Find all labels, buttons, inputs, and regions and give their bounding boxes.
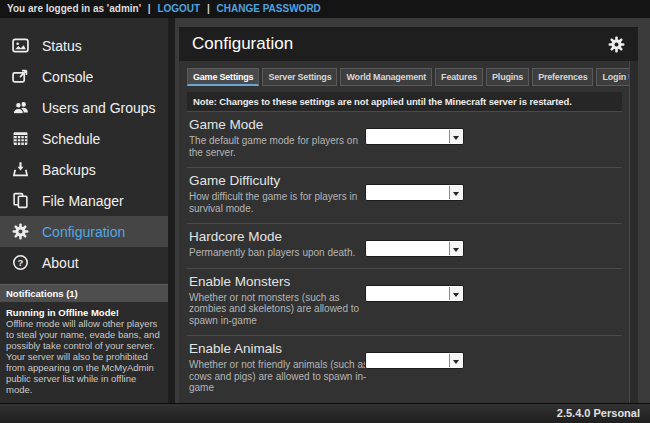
tab[interactable]: Server Settings: [262, 68, 337, 86]
sidebar-item[interactable]: Status: [0, 30, 168, 61]
sidebar-item-label: Backups: [42, 162, 96, 178]
sidebar-item[interactable]: Schedule: [0, 123, 168, 154]
tab[interactable]: World Management: [340, 68, 432, 86]
tab-label: Login Users: [602, 72, 630, 82]
settings-row: Game Mode The default game mode for play…: [187, 111, 622, 167]
chevron-down-icon: [449, 287, 462, 300]
tab[interactable]: Plugins: [486, 68, 529, 86]
setting-dropdown[interactable]: [365, 184, 464, 201]
logout-link[interactable]: LOGOUT: [157, 3, 200, 14]
setting-description: How difficult the game is for players in…: [189, 191, 374, 214]
setting-dropdown[interactable]: [365, 128, 464, 145]
settings-row: Enable Animals Whether or not friendly a…: [187, 335, 622, 403]
chevron-down-icon: [449, 130, 462, 143]
sidebar-item[interactable]: Backups: [0, 154, 168, 185]
chevron-down-icon: [449, 242, 462, 255]
page-title: Configuration: [192, 34, 608, 54]
settings-row: Enable Monsters Whether or not monsters …: [187, 268, 622, 336]
change-password-link[interactable]: CHANGE PASSWORD: [217, 3, 321, 14]
gear-icon: [12, 223, 29, 240]
backups-icon: [12, 161, 29, 178]
panel-body: Game Settings Server Settings World Mana…: [179, 61, 638, 403]
scrollbar[interactable]: [629, 61, 638, 403]
sidebar-item-label: Status: [42, 38, 82, 54]
sidebar: Status Console Users and Groups Schedule: [0, 18, 168, 403]
separator: |: [148, 3, 151, 14]
settings-row: Game Difficulty How difficult the game i…: [187, 167, 622, 223]
mcmyadmin-window: You are logged in as 'admin' | LOGOUT | …: [0, 0, 650, 423]
notifications-header: Notifications (1): [0, 284, 168, 302]
setting-dropdown[interactable]: [365, 285, 464, 302]
tab-label: Game Settings: [193, 72, 253, 82]
version-label: 2.5.4.0 Personal: [557, 407, 640, 419]
gear-icon[interactable]: [608, 36, 625, 53]
tab[interactable]: Features: [435, 68, 483, 86]
console-icon: [12, 68, 29, 85]
main-area: Configuration Game Settings Server Setti…: [168, 18, 650, 403]
settings-row: Hardcore Mode Permanently ban players up…: [187, 223, 622, 268]
tab[interactable]: Game Settings: [187, 68, 259, 86]
tab[interactable]: Login Users: [596, 68, 630, 86]
separator: |: [207, 3, 210, 14]
sidebar-item[interactable]: Console: [0, 61, 168, 92]
sidebar-item[interactable]: File Manager: [0, 185, 168, 216]
file-manager-icon: [12, 192, 29, 209]
configuration-panel: Configuration Game Settings Server Setti…: [179, 27, 638, 403]
sidebar-item-label: File Manager: [42, 193, 124, 209]
logged-in-text: You are logged in as 'admin': [7, 3, 141, 14]
settings-list: Game Mode The default game mode for play…: [187, 111, 622, 403]
sidebar-menu: Status Console Users and Groups Schedule: [0, 30, 168, 278]
chevron-down-icon: [449, 354, 462, 367]
notification-text: Offline mode will allow other players to…: [6, 318, 162, 395]
setting-description: The default game mode for players on the…: [189, 135, 374, 158]
notification-item: Running in Offline Mode! Offline mode wi…: [0, 302, 168, 400]
sidebar-item[interactable]: Users and Groups: [0, 92, 168, 123]
sidebar-item[interactable]: Configuration: [0, 216, 168, 247]
tab-label: Preferences: [538, 72, 587, 82]
notification-title: Running in Offline Mode!: [6, 307, 162, 318]
tab-bar: Game Settings Server Settings World Mana…: [187, 68, 630, 86]
setting-dropdown[interactable]: [365, 240, 464, 257]
tab-label: Features: [441, 72, 477, 82]
setting-description: Whether or not monsters (such as zombies…: [189, 292, 374, 327]
users-icon: [12, 99, 29, 116]
login-status-bar: You are logged in as 'admin' | LOGOUT | …: [0, 0, 650, 18]
tab-label: Plugins: [492, 72, 523, 82]
status-bar: 2.5.4.0 Personal: [0, 403, 650, 423]
setting-description: Whether or not friendly animals (such as…: [189, 359, 374, 394]
about-icon: ?: [12, 254, 29, 271]
sidebar-item[interactable]: ? About: [0, 247, 168, 278]
svg-text:?: ?: [18, 257, 24, 268]
sidebar-item-label: Users and Groups: [42, 100, 156, 116]
sidebar-item-label: Schedule: [42, 131, 100, 147]
setting-description: Permanently ban players upon death.: [189, 247, 374, 259]
status-icon: [12, 37, 29, 54]
panel-header: Configuration: [179, 27, 638, 61]
sidebar-item-label: Console: [42, 69, 93, 85]
restart-note: Note: Changes to these settings are not …: [187, 92, 622, 111]
schedule-icon: [12, 130, 29, 147]
sidebar-item-label: Configuration: [42, 224, 125, 240]
setting-dropdown[interactable]: [365, 352, 464, 369]
sidebar-item-label: About: [42, 255, 79, 271]
tab[interactable]: Preferences: [532, 68, 593, 86]
chevron-down-icon: [449, 186, 462, 199]
tab-label: Server Settings: [268, 72, 331, 82]
tab-label: World Management: [346, 72, 426, 82]
